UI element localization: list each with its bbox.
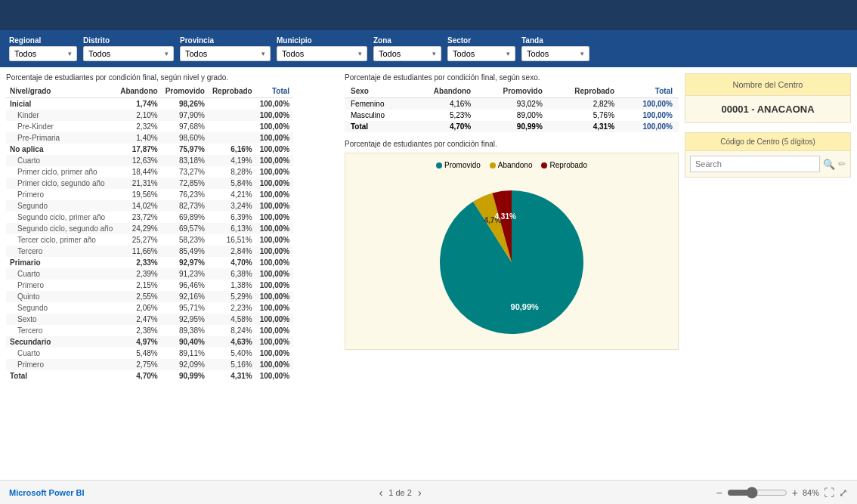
table-row: Primario2,33%92,97%4,70%100,00% xyxy=(6,257,293,268)
chevron-down-icon: ▾ xyxy=(358,50,362,57)
pie-section: Porcentaje de estudiantes por condición … xyxy=(345,140,679,350)
pie-container: Promovido Abandono Reprobado xyxy=(345,153,679,350)
legend-dot-reprobado xyxy=(541,162,547,169)
table-row: Quinto2,55%92,16%5,29%100,00% xyxy=(6,291,293,302)
pie-label-reprobado: 4,31% xyxy=(494,212,515,221)
table-row: Total4,70%90,99%4,31%100,00% xyxy=(6,370,293,382)
gender-col-sexo: Sexo xyxy=(345,85,409,98)
pie-title: Porcentaje de estudiantes por condición … xyxy=(345,140,497,148)
left-panel: Porcentaje de estudiantes por condición … xyxy=(6,73,339,474)
filter-regional: Regional Todos ▾ xyxy=(9,36,77,61)
legend-dot-abandono xyxy=(490,162,496,169)
filter-regional-label: Regional xyxy=(9,36,77,45)
chevron-down-icon: ▾ xyxy=(506,50,510,57)
right-panel: Nombre del Centro 00001 - ANACAONA Códig… xyxy=(685,73,851,474)
col-total: Total xyxy=(256,85,293,98)
table-row: Kinder2,10%97,90%100,00% xyxy=(6,110,293,121)
filter-distrito-label: Distrito xyxy=(83,36,174,45)
edit-button[interactable]: ✏ xyxy=(838,159,846,169)
middle-panel: Porcentaje de estudiantes por condición … xyxy=(339,73,685,474)
gender-col-total: Total xyxy=(620,85,679,98)
table-row: Tercer ciclo, primer año25,27%58,23%16,5… xyxy=(6,234,293,246)
share-button[interactable]: ⤢ xyxy=(839,487,848,499)
filter-regional-select[interactable]: Todos ▾ xyxy=(9,46,77,61)
legend-label-promovido: Promovido xyxy=(444,161,481,169)
col-promovido: Promovido xyxy=(162,85,209,98)
filter-sector-select[interactable]: Todos ▾ xyxy=(447,46,515,61)
fullscreen-button[interactable]: ⛶ xyxy=(824,487,834,499)
table-row: Primero19,56%76,23%4,21%100,00% xyxy=(6,189,293,200)
legend-abandono: Abandono xyxy=(490,161,533,169)
zoom-controls: − + 84% ⛶ ⤢ xyxy=(716,487,848,499)
table-row: Masculino5,23%89,00%5,76%100,00% xyxy=(345,110,679,121)
filter-tanda-label: Tanda xyxy=(521,36,589,45)
filter-sector: Sector Todos ▾ xyxy=(447,36,515,61)
table-row: Pre-Kinder2,32%97,68%100,00% xyxy=(6,121,293,132)
table-row: Inicial1,74%98,26%100,00% xyxy=(6,98,293,110)
codigo-card: Código de Centro (5 dígitos) 🔍 ✏ xyxy=(685,132,851,178)
chevron-down-icon: ▾ xyxy=(68,50,72,57)
legend-label-abandono: Abandono xyxy=(498,161,533,169)
zoom-level: 84% xyxy=(803,488,819,497)
gender-col-abandono: Abandono xyxy=(409,85,478,98)
gender-table: Sexo Abandono Promovido Reprobado Total … xyxy=(345,85,679,132)
table-row: Pre-Primaria1,40%98,60%100,00% xyxy=(6,132,293,144)
prev-page-button[interactable]: ‹ xyxy=(379,487,383,499)
next-page-button[interactable]: › xyxy=(418,487,422,499)
col-abandono: Abandono xyxy=(116,85,161,98)
legend-label-reprobado: Reprobado xyxy=(549,161,586,169)
gender-col-reprobado: Reprobado xyxy=(549,85,620,98)
table-row: Cuarto12,63%83,18%4,19%100,00% xyxy=(6,155,293,166)
table-row: Tercero11,66%85,49%2,84%100,00% xyxy=(6,246,293,257)
col-nivel: Nivel/grado xyxy=(6,85,116,98)
col-reprobado: Reprobado xyxy=(209,85,256,98)
table-row: Segundo ciclo, segundo año24,29%69,57%6,… xyxy=(6,223,293,234)
filter-zona: Zona Todos ▾ xyxy=(373,36,441,61)
table-row: Sexto2,47%92,95%4,58%100,00% xyxy=(6,314,293,325)
codigo-card-title: Código de Centro (5 dígitos) xyxy=(685,133,850,151)
left-panel-title: Porcentaje de estudiantes por condición … xyxy=(6,73,339,82)
filter-municipio: Municipio Todos ▾ xyxy=(277,36,367,61)
powerbi-link[interactable]: Microsoft Power BI xyxy=(9,488,85,497)
table-row: Primero2,15%96,46%1,38%100,00% xyxy=(6,280,293,291)
search-button[interactable]: 🔍 xyxy=(823,159,835,170)
pie-chart-svg: 90,99% 4,7% 4,31% xyxy=(406,175,617,342)
filter-municipio-select[interactable]: Todos ▾ xyxy=(277,46,367,61)
table-row: Segundo ciclo, primer año23,72%69,89%6,3… xyxy=(6,212,293,223)
table-row: Primer ciclo, primer año18,44%73,27%8,28… xyxy=(6,166,293,178)
pie-label-promovido: 90,99% xyxy=(511,302,540,311)
gender-panel-title: Porcentaje de estudiantes por condición … xyxy=(345,73,679,82)
gender-col-promovido: Promovido xyxy=(477,85,549,98)
level-table-scroll[interactable]: Nivel/grado Abandono Promovido Reprobado… xyxy=(6,85,339,382)
centro-card-title: Nombre del Centro xyxy=(685,74,850,96)
table-row: Cuarto2,39%91,23%6,38%100,00% xyxy=(6,268,293,280)
table-row: Femenino4,16%93,02%2,82%100,00% xyxy=(345,98,679,110)
table-row: Primero2,75%92,09%5,16%100,00% xyxy=(6,359,293,370)
zoom-out-button[interactable]: − xyxy=(716,487,722,499)
chevron-down-icon: ▾ xyxy=(261,50,265,57)
filter-sector-label: Sector xyxy=(447,36,515,45)
chevron-down-icon: ▾ xyxy=(165,50,169,57)
filter-tanda-select[interactable]: Todos ▾ xyxy=(521,46,589,61)
zoom-in-button[interactable]: + xyxy=(792,487,798,499)
table-row: Total4,70%90,99%4,31%100,00% xyxy=(345,121,679,132)
legend-dot-promovido xyxy=(436,162,442,169)
filter-distrito-select[interactable]: Todos ▾ xyxy=(83,46,174,61)
filter-municipio-label: Municipio xyxy=(277,36,367,45)
filter-zona-label: Zona xyxy=(373,36,441,45)
zoom-slider[interactable] xyxy=(727,487,787,499)
codigo-search-input[interactable] xyxy=(690,156,820,172)
filter-provincia-label: Provincia xyxy=(180,36,271,45)
legend-reprobado: Reprobado xyxy=(541,161,586,169)
search-input-wrap: 🔍 ✏ xyxy=(685,151,850,177)
table-row: Tercero2,38%89,38%8,24%100,00% xyxy=(6,325,293,336)
level-table: Nivel/grado Abandono Promovido Reprobado… xyxy=(6,85,339,382)
filter-bar: Regional Todos ▾ Distrito Todos ▾ Provin… xyxy=(0,30,857,67)
bottom-bar: Microsoft Power BI ‹ 1 de 2 › − + 84% ⛶ … xyxy=(0,480,857,504)
filter-zona-select[interactable]: Todos ▾ xyxy=(373,46,441,61)
page-nav: ‹ 1 de 2 › xyxy=(379,487,422,499)
filter-provincia-select[interactable]: Todos ▾ xyxy=(180,46,271,61)
pie-legend: Promovido Abandono Reprobado xyxy=(436,161,587,169)
main-content: Porcentaje de estudiantes por condición … xyxy=(0,67,857,480)
table-row: Primer ciclo, segundo año21,31%72,85%5,8… xyxy=(6,178,293,189)
